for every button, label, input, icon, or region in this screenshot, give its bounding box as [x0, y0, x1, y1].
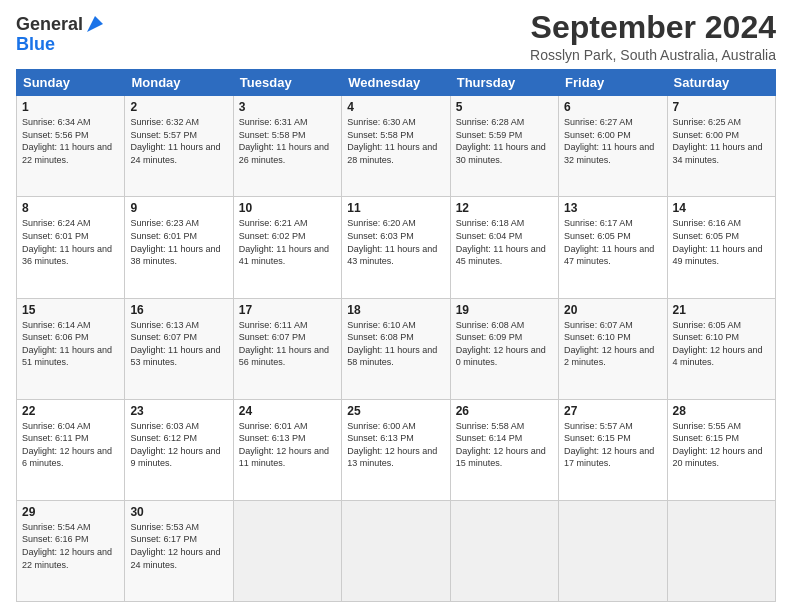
day-number: 28 — [673, 404, 770, 418]
table-row: 6 Sunrise: 6:27 AMSunset: 6:00 PMDayligh… — [559, 96, 667, 197]
day-number: 15 — [22, 303, 119, 317]
day-number: 6 — [564, 100, 661, 114]
table-row: 16 Sunrise: 6:13 AMSunset: 6:07 PMDaylig… — [125, 298, 233, 399]
day-info: Sunrise: 6:34 AMSunset: 5:56 PMDaylight:… — [22, 117, 112, 165]
day-number: 14 — [673, 201, 770, 215]
table-row: 2 Sunrise: 6:32 AMSunset: 5:57 PMDayligh… — [125, 96, 233, 197]
table-row — [450, 500, 558, 601]
day-info: Sunrise: 5:53 AMSunset: 6:17 PMDaylight:… — [130, 522, 220, 570]
calendar-page: General Blue September 2024 Rosslyn Park… — [0, 0, 792, 612]
calendar-week-row: 8 Sunrise: 6:24 AMSunset: 6:01 PMDayligh… — [17, 197, 776, 298]
day-info: Sunrise: 5:55 AMSunset: 6:15 PMDaylight:… — [673, 421, 763, 469]
logo-triangle-icon — [85, 14, 105, 34]
col-sunday: Sunday — [17, 70, 125, 96]
col-thursday: Thursday — [450, 70, 558, 96]
day-number: 29 — [22, 505, 119, 519]
day-info: Sunrise: 6:32 AMSunset: 5:57 PMDaylight:… — [130, 117, 220, 165]
table-row: 27 Sunrise: 5:57 AMSunset: 6:15 PMDaylig… — [559, 399, 667, 500]
table-row — [559, 500, 667, 601]
header: General Blue September 2024 Rosslyn Park… — [16, 10, 776, 63]
month-title: September 2024 — [530, 10, 776, 45]
day-number: 5 — [456, 100, 553, 114]
day-number: 7 — [673, 100, 770, 114]
day-info: Sunrise: 6:31 AMSunset: 5:58 PMDaylight:… — [239, 117, 329, 165]
day-info: Sunrise: 6:30 AMSunset: 5:58 PMDaylight:… — [347, 117, 437, 165]
table-row: 12 Sunrise: 6:18 AMSunset: 6:04 PMDaylig… — [450, 197, 558, 298]
table-row — [667, 500, 775, 601]
logo-general-text: General — [16, 15, 83, 33]
calendar-week-row: 15 Sunrise: 6:14 AMSunset: 6:06 PMDaylig… — [17, 298, 776, 399]
table-row: 7 Sunrise: 6:25 AMSunset: 6:00 PMDayligh… — [667, 96, 775, 197]
table-row: 29 Sunrise: 5:54 AMSunset: 6:16 PMDaylig… — [17, 500, 125, 601]
day-info: Sunrise: 6:21 AMSunset: 6:02 PMDaylight:… — [239, 218, 329, 266]
calendar-header-row: Sunday Monday Tuesday Wednesday Thursday… — [17, 70, 776, 96]
day-number: 18 — [347, 303, 444, 317]
table-row: 20 Sunrise: 6:07 AMSunset: 6:10 PMDaylig… — [559, 298, 667, 399]
table-row: 22 Sunrise: 6:04 AMSunset: 6:11 PMDaylig… — [17, 399, 125, 500]
table-row: 10 Sunrise: 6:21 AMSunset: 6:02 PMDaylig… — [233, 197, 341, 298]
day-number: 17 — [239, 303, 336, 317]
day-number: 23 — [130, 404, 227, 418]
table-row: 11 Sunrise: 6:20 AMSunset: 6:03 PMDaylig… — [342, 197, 450, 298]
day-info: Sunrise: 6:00 AMSunset: 6:13 PMDaylight:… — [347, 421, 437, 469]
day-info: Sunrise: 6:13 AMSunset: 6:07 PMDaylight:… — [130, 320, 220, 368]
table-row: 24 Sunrise: 6:01 AMSunset: 6:13 PMDaylig… — [233, 399, 341, 500]
day-info: Sunrise: 6:04 AMSunset: 6:11 PMDaylight:… — [22, 421, 112, 469]
day-info: Sunrise: 6:27 AMSunset: 6:00 PMDaylight:… — [564, 117, 654, 165]
logo-blue-text: Blue — [16, 34, 55, 55]
day-info: Sunrise: 6:11 AMSunset: 6:07 PMDaylight:… — [239, 320, 329, 368]
table-row: 5 Sunrise: 6:28 AMSunset: 5:59 PMDayligh… — [450, 96, 558, 197]
day-info: Sunrise: 6:20 AMSunset: 6:03 PMDaylight:… — [347, 218, 437, 266]
day-number: 2 — [130, 100, 227, 114]
table-row — [342, 500, 450, 601]
table-row: 18 Sunrise: 6:10 AMSunset: 6:08 PMDaylig… — [342, 298, 450, 399]
day-number: 3 — [239, 100, 336, 114]
table-row: 4 Sunrise: 6:30 AMSunset: 5:58 PMDayligh… — [342, 96, 450, 197]
day-number: 30 — [130, 505, 227, 519]
day-info: Sunrise: 5:58 AMSunset: 6:14 PMDaylight:… — [456, 421, 546, 469]
day-number: 19 — [456, 303, 553, 317]
day-number: 16 — [130, 303, 227, 317]
col-monday: Monday — [125, 70, 233, 96]
day-info: Sunrise: 6:24 AMSunset: 6:01 PMDaylight:… — [22, 218, 112, 266]
title-section: September 2024 Rosslyn Park, South Austr… — [530, 10, 776, 63]
day-info: Sunrise: 6:16 AMSunset: 6:05 PMDaylight:… — [673, 218, 763, 266]
table-row: 30 Sunrise: 5:53 AMSunset: 6:17 PMDaylig… — [125, 500, 233, 601]
day-number: 21 — [673, 303, 770, 317]
col-tuesday: Tuesday — [233, 70, 341, 96]
svg-marker-0 — [87, 16, 103, 32]
day-info: Sunrise: 6:17 AMSunset: 6:05 PMDaylight:… — [564, 218, 654, 266]
col-friday: Friday — [559, 70, 667, 96]
day-info: Sunrise: 6:14 AMSunset: 6:06 PMDaylight:… — [22, 320, 112, 368]
table-row: 8 Sunrise: 6:24 AMSunset: 6:01 PMDayligh… — [17, 197, 125, 298]
col-wednesday: Wednesday — [342, 70, 450, 96]
calendar-week-row: 29 Sunrise: 5:54 AMSunset: 6:16 PMDaylig… — [17, 500, 776, 601]
day-number: 24 — [239, 404, 336, 418]
day-number: 4 — [347, 100, 444, 114]
day-info: Sunrise: 6:03 AMSunset: 6:12 PMDaylight:… — [130, 421, 220, 469]
calendar-week-row: 1 Sunrise: 6:34 AMSunset: 5:56 PMDayligh… — [17, 96, 776, 197]
table-row: 15 Sunrise: 6:14 AMSunset: 6:06 PMDaylig… — [17, 298, 125, 399]
day-info: Sunrise: 6:10 AMSunset: 6:08 PMDaylight:… — [347, 320, 437, 368]
day-number: 20 — [564, 303, 661, 317]
day-number: 11 — [347, 201, 444, 215]
day-number: 9 — [130, 201, 227, 215]
day-info: Sunrise: 6:08 AMSunset: 6:09 PMDaylight:… — [456, 320, 546, 368]
table-row: 28 Sunrise: 5:55 AMSunset: 6:15 PMDaylig… — [667, 399, 775, 500]
day-info: Sunrise: 6:18 AMSunset: 6:04 PMDaylight:… — [456, 218, 546, 266]
day-info: Sunrise: 6:05 AMSunset: 6:10 PMDaylight:… — [673, 320, 763, 368]
day-info: Sunrise: 6:28 AMSunset: 5:59 PMDaylight:… — [456, 117, 546, 165]
logo: General Blue — [16, 14, 105, 55]
table-row: 23 Sunrise: 6:03 AMSunset: 6:12 PMDaylig… — [125, 399, 233, 500]
table-row: 17 Sunrise: 6:11 AMSunset: 6:07 PMDaylig… — [233, 298, 341, 399]
day-info: Sunrise: 6:25 AMSunset: 6:00 PMDaylight:… — [673, 117, 763, 165]
day-number: 1 — [22, 100, 119, 114]
table-row: 19 Sunrise: 6:08 AMSunset: 6:09 PMDaylig… — [450, 298, 558, 399]
day-number: 27 — [564, 404, 661, 418]
calendar-week-row: 22 Sunrise: 6:04 AMSunset: 6:11 PMDaylig… — [17, 399, 776, 500]
day-number: 25 — [347, 404, 444, 418]
day-number: 12 — [456, 201, 553, 215]
day-number: 8 — [22, 201, 119, 215]
table-row: 9 Sunrise: 6:23 AMSunset: 6:01 PMDayligh… — [125, 197, 233, 298]
calendar-table: Sunday Monday Tuesday Wednesday Thursday… — [16, 69, 776, 602]
